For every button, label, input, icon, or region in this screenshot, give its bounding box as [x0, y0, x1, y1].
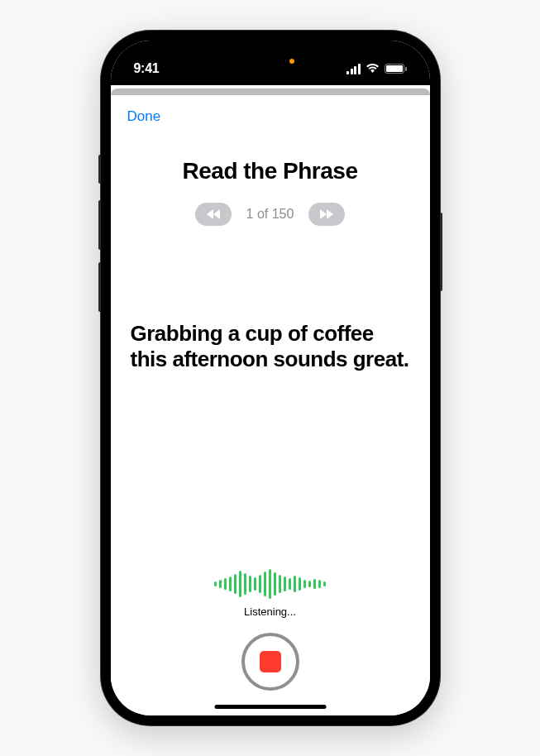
done-button[interactable]: Done [127, 108, 161, 125]
phrase-text: Grabbing a cup of coffee this afternoon … [127, 321, 413, 372]
microphone-indicator-icon [289, 59, 294, 64]
cellular-signal-icon [346, 64, 361, 74]
previous-button[interactable] [195, 203, 232, 226]
page-title: Read the Phrase [127, 158, 413, 184]
rewind-icon [205, 208, 222, 220]
silent-switch [98, 155, 101, 184]
status-time: 9:41 [134, 61, 160, 76]
side-button [440, 213, 442, 291]
stop-icon [260, 651, 281, 672]
content-area: Done Read the Phrase 1 of 150 Grabbing [111, 95, 430, 715]
phone-frame: 9:41 Done Read the P [101, 31, 440, 725]
status-icons [346, 61, 407, 76]
screen: 9:41 Done Read the P [111, 41, 430, 715]
pagination: 1 of 150 [127, 203, 413, 226]
page-counter: 1 of 150 [246, 207, 294, 222]
waveform-icon [214, 567, 326, 600]
battery-icon [385, 64, 407, 74]
next-button[interactable] [308, 203, 345, 226]
wifi-icon [366, 61, 380, 76]
dynamic-island [221, 52, 320, 80]
volume-down-button [98, 262, 101, 312]
home-indicator[interactable] [214, 705, 326, 709]
stop-recording-button[interactable] [241, 633, 299, 691]
forward-icon [318, 208, 335, 220]
privacy-indicators [289, 59, 294, 64]
sheet-grabber [111, 89, 430, 95]
recording-area: Listening... [111, 567, 430, 691]
recording-status: Listening... [244, 605, 296, 618]
volume-up-button [98, 200, 101, 250]
